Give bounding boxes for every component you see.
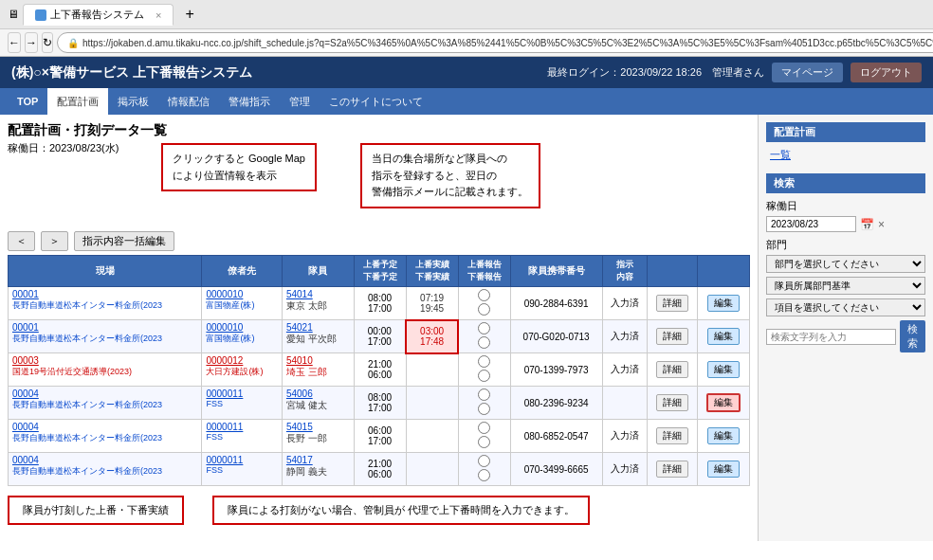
site-link[interactable]: 00004 [12, 422, 197, 432]
search-btn[interactable]: 検索 [900, 320, 925, 352]
reported-up-radio[interactable] [478, 322, 490, 334]
site-link[interactable]: 00004 [12, 455, 197, 465]
site-link[interactable]: 00003 [12, 355, 197, 366]
edit-btn[interactable]: 編集 [707, 461, 740, 478]
scheduled-up: 06:00 [358, 425, 402, 436]
nav-item-keibishiji[interactable]: 警備指示 [219, 88, 280, 115]
cell-client: 0000011FSS [202, 387, 282, 420]
member-id-link[interactable]: 54014 [286, 289, 350, 299]
cell-reported [458, 320, 510, 353]
cell-scheduled: 21:0006:00 [354, 353, 406, 387]
table-row: 00004長野自動車道松本インター料金所(20230000011FSS54006… [9, 387, 750, 420]
cell-detail-btn: 詳細 [648, 287, 698, 320]
reported-down-radio[interactable] [478, 370, 490, 382]
member-id-link[interactable]: 54015 [286, 422, 350, 432]
scheduled-up: 21:00 [358, 359, 402, 370]
reported-down-radio[interactable] [478, 403, 490, 415]
calendar-icon[interactable]: 📅 [860, 218, 874, 231]
reported-down-radio[interactable] [478, 303, 490, 316]
cell-actual[interactable]: 07:1919:45 [406, 287, 458, 320]
site-link[interactable]: 00001 [12, 289, 197, 299]
cell-actual [406, 420, 458, 453]
date-clear-btn[interactable]: × [878, 218, 885, 231]
scheduled-up: 08:00 [358, 392, 402, 403]
next-btn[interactable]: ＞ [41, 231, 68, 251]
reported-up-radio[interactable] [478, 455, 490, 467]
date-label: 稼働日 [766, 199, 925, 213]
site-link[interactable]: 00004 [12, 388, 197, 399]
nav-item-kanri[interactable]: 管理 [280, 88, 320, 115]
date-input-row: 📅 × [766, 216, 925, 232]
client-id-link[interactable]: 0000011 [206, 388, 277, 399]
nav-item-haichikeikaku[interactable]: 配置計画 [47, 88, 108, 115]
refresh-btn[interactable]: ↻ [42, 32, 53, 53]
table-row: 00001長野自動車道松本インター料金所(20230000010富国物産(株)5… [9, 320, 750, 353]
member-id-link[interactable]: 54017 [286, 455, 350, 465]
member-name: 愛知 平次郎 [286, 333, 350, 346]
reported-down-radio[interactable] [478, 336, 490, 349]
reported-down-radio[interactable] [478, 469, 490, 481]
edit-btn[interactable]: 編集 [707, 361, 740, 378]
nav-item-johohaishon[interactable]: 情報配信 [158, 88, 219, 115]
dept-select[interactable]: 部門を選択してください [766, 255, 925, 273]
cell-member: 54010埼玉 三郎 [282, 353, 354, 387]
nav-item-keijiban[interactable]: 掲示板 [108, 88, 158, 115]
nav-item-top[interactable]: TOP [8, 88, 47, 115]
sidebar-section-haichikeikaku: 配置計画 一覧 [766, 122, 925, 164]
cell-instruction: 入力済 [602, 453, 648, 486]
search-input[interactable] [766, 329, 896, 345]
bulk-edit-btn[interactable]: 指示内容一括編集 [74, 231, 174, 251]
item-select[interactable]: 項目を選択してください [766, 298, 925, 316]
client-id-link[interactable]: 0000012 [206, 355, 277, 366]
browser-tab[interactable]: 上下番報告システム × [23, 4, 174, 26]
detail-btn[interactable]: 詳細 [656, 295, 688, 312]
client-id-link[interactable]: 0000011 [206, 422, 277, 432]
window-icon: 🖥 [8, 8, 19, 21]
main-area: 配置計画・打刻データ一覧 稼働日：2023/08/23(水) クリックすると G… [0, 115, 933, 541]
site-link[interactable]: 00001 [12, 322, 197, 333]
logout-btn[interactable]: ログアウト [851, 63, 922, 82]
member-select[interactable]: 隊員所属部門基準 [766, 277, 925, 295]
client-id-link[interactable]: 0000010 [206, 289, 277, 299]
member-id-link[interactable]: 54006 [286, 388, 350, 399]
reported-up-radio[interactable] [478, 388, 490, 401]
site-name: 国道19号沿付近交通誘導(2023) [12, 366, 197, 378]
date-input[interactable] [766, 216, 856, 232]
cell-scheduled: 21:0006:00 [354, 453, 406, 486]
edit-btn[interactable]: 編集 [707, 295, 740, 312]
client-id-link[interactable]: 0000011 [206, 455, 277, 465]
reported-up-radio[interactable] [478, 422, 490, 434]
address-text[interactable]: https://jokaben.d.amu.tikaku-ncc.co.jp/s… [82, 38, 933, 48]
detail-btn[interactable]: 詳細 [656, 361, 688, 378]
cell-member: 54017静岡 義夫 [282, 453, 354, 486]
cell-client: 0000011FSS [202, 453, 282, 486]
site-name: 長野自動車道松本インター料金所(2023 [12, 432, 197, 444]
tab-close-icon[interactable]: × [156, 9, 161, 21]
reported-up-radio[interactable] [478, 289, 490, 301]
prev-btn[interactable]: ＜ [8, 231, 35, 251]
member-id-link[interactable]: 54021 [286, 322, 350, 333]
edit-btn[interactable]: 編集 [707, 328, 740, 345]
callout-right: 当日の集合場所など隊員への 指示を登録すると、翌日の 警備指示メールに記載されま… [360, 143, 540, 208]
mypage-btn[interactable]: マイページ [772, 63, 843, 82]
cell-actual[interactable]: 03:0017:48 [406, 320, 458, 353]
reported-up-radio[interactable] [478, 355, 490, 368]
detail-btn[interactable]: 詳細 [656, 461, 688, 478]
sidebar-link-ichiran[interactable]: 一覧 [766, 146, 925, 164]
client-id-link[interactable]: 0000010 [206, 322, 277, 333]
edit-btn[interactable]: 編集 [707, 427, 740, 444]
detail-btn[interactable]: 詳細 [656, 328, 688, 345]
reported-down-radio[interactable] [478, 436, 490, 448]
forward-btn[interactable]: → [25, 32, 38, 53]
new-tab-btn[interactable]: + [177, 4, 201, 25]
scheduled-down: 06:00 [358, 469, 402, 479]
edit-btn[interactable]: 編集 [706, 393, 741, 412]
back-btn[interactable]: ← [8, 32, 21, 53]
detail-btn[interactable]: 詳細 [656, 394, 688, 411]
sidebar-section-kensaku: 検索 稼働日 📅 × 部門 部門を選択してください 隊員所属部門基準 項目を選択… [766, 173, 925, 352]
actual-up: 03:00 [411, 326, 453, 336]
member-name: 東京 太郎 [286, 299, 350, 313]
member-id-link[interactable]: 54010 [286, 355, 350, 366]
detail-btn[interactable]: 詳細 [656, 427, 688, 444]
nav-item-about[interactable]: このサイトについて [320, 88, 432, 115]
